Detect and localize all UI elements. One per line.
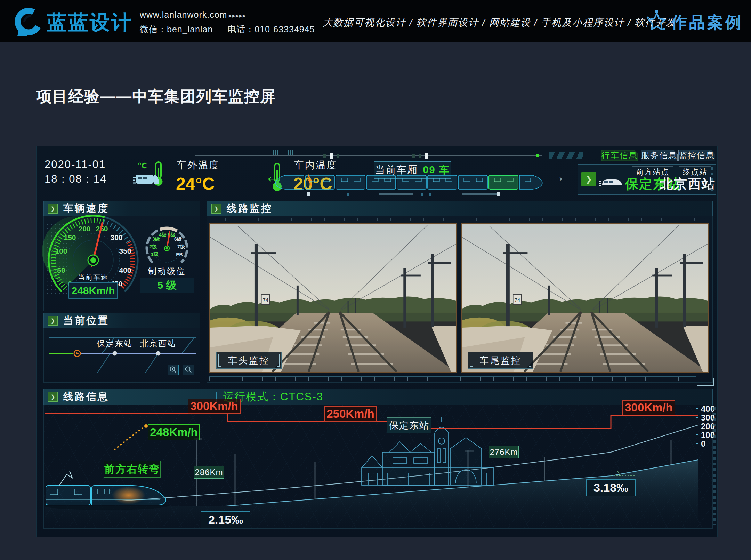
km-marker-276: 276Km [489,446,519,458]
tab-service-info[interactable]: 服务信息 [641,150,678,161]
current-speed-label: 当前车速 [78,273,108,281]
brake-level-value: 5 级 [140,278,194,293]
panel-arrow-icon: ❯ [48,316,58,326]
axis-tick-300: 300 [701,413,715,423]
deco-square [419,154,421,158]
limit-300-right: 300Km/h [622,400,675,415]
svg-text:1级: 1级 [151,251,159,257]
train-side-icon [599,177,623,188]
svg-text:350: 350 [119,247,131,255]
limit-300-left: 300Km/h [188,399,241,414]
camera-scene: 74 [462,224,708,372]
position-panel-title: 当前位置 [63,314,109,328]
time-text: 18 : 08 : 14 [45,172,107,186]
monitor-panel-title: 线路监控 [227,202,273,216]
svg-text:7级: 7级 [177,244,185,249]
brake-gauge: 1级 2级 3级 4级 5级 6级 7级 EB [137,221,196,266]
inside-temp-label: 车内温度 [294,159,337,172]
outside-temp-value: 24°C [176,174,215,194]
monitor-panel-header: ❯ 线路监控 [207,201,713,216]
speed-gauge: 0 50 100 150 200 250 300 350 400 450 当前车… [41,208,145,312]
svg-text:2级: 2级 [149,244,157,249]
svg-text:EB: EB [176,252,183,257]
pantograph-icon [59,471,72,486]
corner-bracket-decoration [697,378,714,386]
axis-tick-0: 0 [701,439,705,449]
zoom-out-icon [185,366,192,374]
deco-square [323,154,326,158]
current-speed-marker: 248Km/h [148,424,200,440]
camera-feed-head: 74 [209,223,457,373]
arrows-decoration: ▸▸▸▸▸ [229,12,246,19]
outside-temp-label: 车外温度 [177,159,220,172]
svg-text:4级: 4级 [159,232,167,238]
zoom-in-icon [169,366,177,374]
services-list: 大数据可视化设计 / 软件界面设计 / 网站建设 / 手机及小程序设计 / 软件… [323,16,676,29]
datetime-display: 2020-11-01 18 : 08 : 14 [45,157,107,186]
curve-warning-label: 前方右转弯 [104,461,161,478]
cam-head-label: 车头监控 [216,352,282,369]
deco-square [337,154,339,158]
train-topview-illustration [275,173,543,198]
svg-text:50: 50 [57,266,65,274]
deco-square-bright [330,153,333,159]
svg-text:100: 100 [55,247,67,255]
page: 蓝蓝设计 www.lanlanwork.com ▸▸▸▸▸ 微信：ben_lan… [0,0,751,560]
panel-arrow-icon: ❯ [211,204,221,214]
route-station1: 保定东站 [97,339,133,348]
terminal-station-value: 北京西站 [660,175,716,193]
panel-arrow-icon: ❯ [48,392,58,402]
brake-caption: 制动级位 [137,266,196,277]
svg-text:6级: 6级 [174,236,182,242]
svg-text:400: 400 [119,266,131,274]
limit-250: 250Km/h [324,406,377,422]
station-chevron-icon: ❯ [581,172,596,186]
page-title: 项目经验——中车集团列车监控屏 [36,86,276,107]
contact-line: 微信：ben_lanlan 电话：010-63334945 [140,24,315,35]
route-station2: 北京西站 [140,339,176,348]
position-panel-header: ❯ 当前位置 [43,313,200,328]
outside-temp-icon: ℃ [133,159,172,193]
portfolio-star-icon [646,9,668,32]
axis-tick-200: 200 [701,422,715,431]
cam-tail-label: 车尾监控 [468,352,533,369]
divider [176,173,237,173]
right-deco-column [713,407,716,525]
next-car-arrow[interactable]: → [550,168,565,185]
gradient-2-15: 2.15‰ [201,511,250,528]
tick-row-decoration [212,218,709,221]
map-zoom-in-button[interactable] [168,365,179,375]
camera-feed-tail: 74 [461,223,709,373]
line-panel-header: ❯ 线路信息 运行模式：CTCS-3 [43,389,713,405]
tick-comb-decoration [273,150,293,155]
hazard-stripes [549,152,583,159]
logo-text: 蓝蓝设计 [47,9,133,36]
tab-monitor-info[interactable]: 监控信息 [678,150,715,161]
svg-text:300: 300 [110,233,122,241]
website-link[interactable]: www.lanlanwork.com ▸▸▸▸▸ [140,10,246,20]
svg-text:℃: ℃ [138,161,147,170]
line-panel-title: 线路信息 [63,390,109,404]
km-marker-286: 286Km [194,466,224,479]
top-deco-line [195,155,542,156]
portfolio-nav[interactable]: 作品案例 [671,12,743,33]
map-zoom-out-button[interactable] [183,365,194,375]
svg-text:200: 200 [78,225,90,233]
deco-square-bright [425,153,428,159]
deco-green-dot [536,154,539,157]
station-marker-label: 保定东站 [387,417,431,433]
svg-text:150: 150 [64,233,76,241]
date-text: 2020-11-01 [45,157,107,172]
current-speed-value: 248Km/h [71,285,115,296]
deco-dashes [711,167,713,191]
axis-tick-100: 100 [701,430,715,440]
camera-scene: 74 [210,224,456,372]
gradient-3-18: 3.18‰ [586,479,636,496]
wechat-text: 微信：ben_lanlan [140,24,213,34]
lanlan-logo-icon [13,6,44,37]
ruler-decoration [209,376,696,381]
tab-driving-info[interactable]: 行车信息 [601,150,638,161]
axis-tick-400: 400 [701,404,715,414]
phone-text: 电话：010-63334945 [227,24,315,34]
deco-square [412,154,415,158]
